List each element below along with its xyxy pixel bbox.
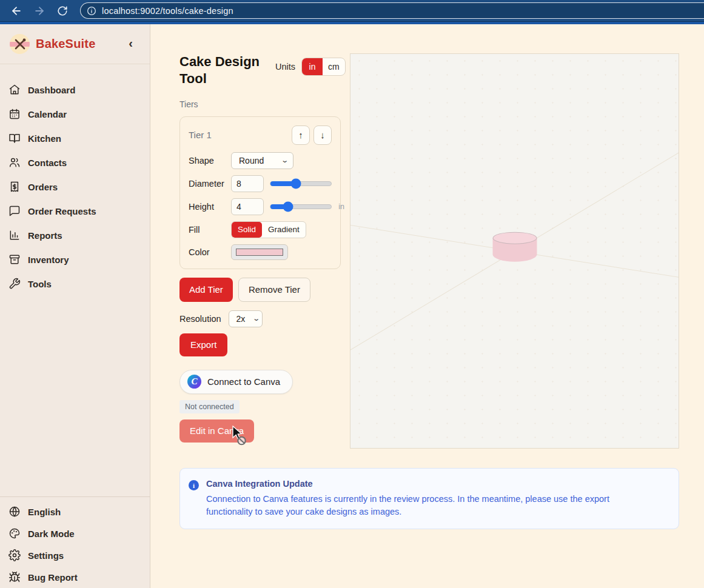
url-bar[interactable]: localhost:9002/tools/cake-design [80, 2, 704, 19]
sidebar-item-bug-report[interactable]: Bug Report [0, 566, 150, 588]
sidebar-item-reports[interactable]: Reports [0, 223, 150, 247]
bug-icon [8, 571, 21, 583]
diameter-slider[interactable] [270, 181, 332, 186]
shape-label: Shape [189, 156, 226, 165]
move-tier-down-button[interactable]: ↓ [313, 125, 332, 145]
sidebar-collapse-icon[interactable]: ‹ [129, 36, 140, 52]
sidebar-item-dark-mode[interactable]: Dark Mode [0, 523, 150, 544]
fill-option-gradient[interactable]: Gradient [262, 222, 306, 238]
users-icon [8, 156, 21, 169]
canva-logo-icon: C [187, 375, 201, 389]
open-book-icon [8, 132, 21, 144]
connect-to-canva-button[interactable]: C Connect to Canva [179, 370, 293, 394]
color-picker[interactable] [231, 244, 288, 260]
gear-icon [8, 549, 21, 561]
info-icon: i [189, 480, 199, 490]
sidebar-item-orders[interactable]: Orders [0, 175, 150, 199]
height-label: Height [189, 202, 226, 212]
move-tier-up-button[interactable]: ↑ [292, 125, 310, 145]
bar-chart-icon [8, 229, 21, 241]
browser-chrome: localhost:9002/tools/cake-design [0, 0, 704, 24]
sidebar: BakeSuite ‹ Dashboard Calendar Kitchen C… [0, 24, 150, 588]
shape-select[interactable]: Round ⌄ [231, 152, 293, 169]
fill-option-solid[interactable]: Solid [232, 222, 262, 238]
cake-controls: Cake Design Tool Units in cm Tiers Tier … [179, 53, 350, 443]
sidebar-item-contacts[interactable]: Contacts [0, 150, 150, 175]
height-slider-thumb[interactable] [283, 201, 293, 212]
units-toggle: in cm [301, 58, 346, 76]
palette-icon [8, 527, 21, 540]
tiers-section-label: Tiers [179, 99, 350, 109]
color-value-chip [236, 249, 283, 256]
fill-toggle: Solid Gradient [231, 221, 306, 238]
banner-body: Connection to Canva features is currentl… [206, 493, 628, 518]
site-info-icon[interactable] [87, 6, 96, 16]
units-option-cm[interactable]: cm [323, 58, 345, 75]
main-content: Cake Design Tool Units in cm Tiers Tier … [150, 24, 704, 588]
resolution-label: Resolution [179, 314, 221, 324]
sidebar-item-tools[interactable]: Tools [0, 272, 150, 296]
calendar-icon [8, 108, 21, 120]
sidebar-header: BakeSuite ‹ [0, 24, 150, 64]
home-icon [8, 84, 21, 96]
wrench-icon [8, 278, 21, 290]
reload-icon[interactable] [53, 2, 72, 20]
remove-tier-button[interactable]: Remove Tier [238, 278, 310, 302]
units-option-in[interactable]: in [302, 58, 323, 75]
chevron-down-icon: ⌄ [281, 156, 289, 164]
units-label: Units [275, 62, 295, 72]
fill-label: Fill [189, 225, 226, 235]
cake-3d-canvas[interactable] [350, 53, 679, 449]
canva-status-badge: Not connected [179, 400, 240, 413]
sidebar-item-inventory[interactable]: Inventory [0, 247, 150, 272]
bakesuite-logo-icon [10, 34, 30, 54]
export-button[interactable]: Export [179, 333, 227, 356]
sidebar-item-settings[interactable]: Settings [0, 544, 150, 566]
unit-suffix-label: in [338, 202, 344, 211]
archive-box-icon [8, 253, 21, 266]
back-icon[interactable] [7, 2, 25, 20]
height-slider[interactable] [270, 204, 332, 209]
sidebar-nav: Dashboard Calendar Kitchen Contacts Orde… [0, 64, 150, 296]
diameter-input[interactable] [231, 175, 264, 192]
height-input[interactable] [231, 198, 264, 215]
url-text: localhost:9002/tools/cake-design [102, 6, 233, 16]
resolution-select[interactable]: 2x ⌄ [229, 310, 263, 327]
receipt-dollar-icon [8, 181, 21, 193]
chevron-down-icon: ⌄ [252, 315, 260, 322]
sidebar-item-kitchen[interactable]: Kitchen [0, 126, 150, 150]
sidebar-item-dashboard[interactable]: Dashboard [0, 78, 150, 102]
forward-icon[interactable] [30, 2, 49, 20]
cake-tier-model [492, 232, 537, 267]
banner-title: Canva Integration Update [206, 479, 628, 489]
edit-in-canva-button[interactable]: Edit in Canva [179, 419, 254, 443]
brand-name: BakeSuite [36, 37, 96, 51]
diameter-label: Diameter [189, 179, 226, 189]
chat-bubble-icon [8, 205, 21, 217]
sidebar-item-calendar[interactable]: Calendar [0, 102, 150, 126]
canva-update-banner: i Canva Integration Update Connection to… [179, 468, 679, 529]
tier-name: Tier 1 [189, 130, 212, 140]
page-title: Cake Design Tool [179, 53, 266, 87]
sidebar-item-order-requests[interactable]: Order Requests [0, 199, 150, 223]
tier-card: Tier 1 ↑ ↓ Shape Round ⌄ [179, 116, 341, 269]
diameter-slider-thumb[interactable] [291, 178, 301, 189]
color-label: Color [189, 247, 226, 257]
globe-icon [8, 506, 21, 518]
add-tier-button[interactable]: Add Tier [179, 278, 233, 302]
sidebar-item-language[interactable]: English [0, 501, 150, 523]
sidebar-footer: English Dark Mode Settings Bug Report [0, 496, 150, 588]
